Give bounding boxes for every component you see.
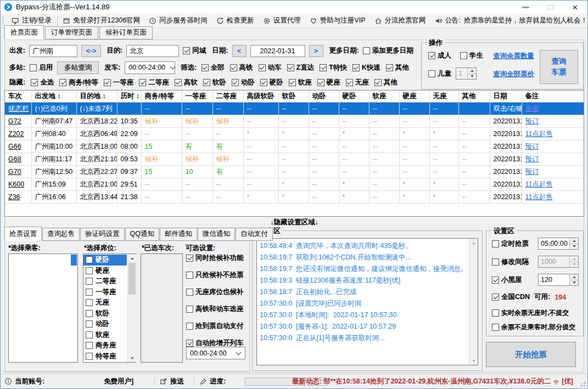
book-link[interactable]: 预订 <box>525 117 539 125</box>
date-input[interactable]: 2022-01-31 <box>250 45 305 57</box>
tab-grab-page[interactable]: 抢票页面 <box>4 25 44 40</box>
start-grab-button[interactable]: 开始抢票 <box>486 342 576 367</box>
interval-stepper[interactable]: 1000 <box>538 256 579 268</box>
check-update-button[interactable]: 检查更新 <box>212 16 259 25</box>
hide-column-checkbox-硬卧[interactable]: 硬卧 <box>260 78 283 87</box>
child-checkbox[interactable]: 儿童 <box>428 69 451 78</box>
train-type-checkbox-全部[interactable]: 全部 <box>201 63 225 72</box>
column-header[interactable]: 无座 <box>429 91 458 103</box>
cdn-checkbox[interactable]: 全国CDN <box>492 292 530 302</box>
hide-column-checkbox-无座[interactable]: 无座 <box>346 78 369 87</box>
seat-option-硬座[interactable]: 硬座 <box>83 266 127 277</box>
optional-checkbox-只抢候补不抢票[interactable]: 只抢候补不抢票 <box>186 270 248 280</box>
tab-wechat-notify[interactable]: 微信通知 <box>198 228 235 241</box>
column-header[interactable]: 目的地 ↕ <box>76 91 117 103</box>
query-remaining-link[interactable]: 查询余票数量 <box>493 52 534 61</box>
from-input[interactable]: 广州南 <box>29 45 77 57</box>
book-link[interactable]: 预订 <box>525 143 539 150</box>
partial-submit-checkbox[interactable]: 余票不足乘客时,部分提交 <box>492 323 575 332</box>
seat-option-动卧[interactable]: 动卧 <box>83 319 127 330</box>
hide-column-checkbox-全选[interactable]: 全选 <box>31 78 54 87</box>
column-header[interactable]: 车次 <box>5 91 31 103</box>
interval-checkbox[interactable]: 修改间隔 <box>492 257 529 267</box>
train-type-checkbox-K快速[interactable]: K快速 <box>352 63 380 72</box>
sync-time-button[interactable]: 同步服务器时间 <box>144 16 212 25</box>
book-link[interactable]: 预订 <box>525 168 539 176</box>
stepper-down[interactable] <box>570 280 578 286</box>
seat-option-一等座[interactable]: 一等座 <box>83 287 127 298</box>
passenger-list[interactable] <box>8 253 78 363</box>
optional-checkbox-无座席位也候补[interactable]: 无座席位也候补 <box>186 287 248 297</box>
sponsor-vip-button[interactable]: 赞助与注册VIP <box>305 16 370 25</box>
column-header[interactable]: 硬卧 <box>339 91 369 103</box>
train-row[interactable]: G66广州南10:00北京西18:0008:0015有有------------… <box>5 140 584 153</box>
prev-date-button[interactable]: < <box>232 45 247 57</box>
train-type-checkbox-T特快[interactable]: T特快 <box>320 63 347 72</box>
seat-option-特等座[interactable]: 特等座 <box>83 351 127 362</box>
tab-waitlist-orders[interactable]: 候补订单页面 <box>99 26 153 40</box>
train-number-link[interactable]: G70 <box>8 168 21 176</box>
seat-list-scrollbar[interactable] <box>127 254 136 362</box>
book-link[interactable]: 11点起售 <box>525 181 553 188</box>
train-type-checkbox-Z直达[interactable]: Z直达 <box>287 63 315 72</box>
train-row[interactable]: Z202广州08:40北京西06:4922:09------**--*--**-… <box>5 128 584 140</box>
column-header[interactable]: 软座 <box>369 91 399 103</box>
logout-login-button[interactable]: 注销/登录 <box>7 16 55 25</box>
same-city-checkbox[interactable]: 同城 <box>183 46 206 55</box>
column-header[interactable]: 一等座 <box>182 91 212 103</box>
stepper-down[interactable] <box>468 74 476 80</box>
train-row[interactable]: K600广州15:09北京西21:0029:51--------*--*--**… <box>5 178 584 191</box>
hide-column-checkbox-软卧[interactable]: 软卧 <box>203 78 226 87</box>
blackroom-stepper[interactable]: 120 <box>538 274 579 286</box>
passenger-list-scrollbar[interactable] <box>71 255 77 266</box>
stepper-up[interactable] <box>570 256 578 262</box>
stepper-up[interactable] <box>570 238 578 244</box>
open-12306-button[interactable]: 免登录打开12306官网 <box>58 16 144 25</box>
stepper-down[interactable] <box>570 262 578 268</box>
proxy-settings-button[interactable]: 设置代理 <box>259 16 305 25</box>
seat-option-硬卧[interactable]: 硬卧 <box>83 255 127 266</box>
train-number-link[interactable]: G72 <box>8 117 21 125</box>
official-site-button[interactable]: 分流抢票官网 <box>370 16 430 25</box>
column-header[interactable]: 动卧 <box>309 91 339 103</box>
tab-captcha-settings[interactable]: 验证码设置 <box>80 228 125 241</box>
minimize-button[interactable] <box>513 1 538 14</box>
tab-qq-notify[interactable]: QQ通知 <box>125 228 159 241</box>
close-button[interactable]: × <box>563 1 587 14</box>
train-row[interactable]: G70广州南12:50北京西22:2709:371510有-----------… <box>5 166 584 178</box>
stepper-down[interactable] <box>570 244 578 250</box>
train-type-checkbox-其他[interactable]: 其他 <box>386 63 409 72</box>
seat-option-软卧[interactable]: 软卧 <box>83 308 127 319</box>
resize-grip[interactable] <box>579 380 586 387</box>
book-link[interactable]: 预订 <box>525 155 539 163</box>
multi-enable-checkbox[interactable]: 启用 <box>30 63 53 72</box>
status-bar-link[interactable]: 状态栏 <box>8 105 29 112</box>
train-type-checkbox-动车[interactable]: 动车 <box>259 63 282 72</box>
timed-grab-stepper[interactable]: 05:00:00 <box>538 238 579 250</box>
book-link[interactable]: 11点起售 <box>525 193 553 201</box>
train-row[interactable]: G68广州南11:17北京西21:1009:53候补候补候补----------… <box>5 153 584 166</box>
child-count-stepper[interactable]: 1 <box>456 67 477 80</box>
train-number-link[interactable]: K600 <box>8 181 24 188</box>
multi-station-query-button[interactable]: 多站查询 <box>57 61 99 74</box>
scroll-up-arrow[interactable] <box>128 254 136 262</box>
column-header[interactable]: 二等座 <box>212 91 243 103</box>
train-number-link[interactable]: G66 <box>8 143 21 150</box>
column-header[interactable]: 硬座 <box>399 91 429 103</box>
selected-trains-list[interactable] <box>141 253 183 363</box>
column-header[interactable]: 备注 <box>522 91 584 103</box>
timed-grab-checkbox[interactable]: 定时抢票 <box>492 239 529 249</box>
column-header[interactable]: 日期 <box>490 91 522 103</box>
hide-column-checkbox-动卧[interactable]: 动卧 <box>232 78 255 87</box>
no-seat-checkbox[interactable]: 实时余票无座时,不提交 <box>492 308 569 318</box>
hide-column-checkbox-高软[interactable]: 高软 <box>175 78 198 87</box>
swap-stations-button[interactable]: <-> <box>81 45 101 57</box>
tab-grab-settings[interactable]: 抢票设置 <box>4 227 42 241</box>
maximize-button[interactable] <box>538 1 563 14</box>
tab-auto-pay[interactable]: 自动支付 <box>236 228 273 241</box>
add-more-dates-checkbox[interactable]: 添加更多日期 <box>363 46 413 55</box>
optional-checkbox-同时抢候补功能[interactable]: 同时抢候补功能 <box>186 253 248 263</box>
hide-column-checkbox-二等座[interactable]: 二等座 <box>139 78 169 87</box>
stepper-up[interactable] <box>570 274 578 280</box>
column-header[interactable]: 软卧 <box>278 91 309 103</box>
